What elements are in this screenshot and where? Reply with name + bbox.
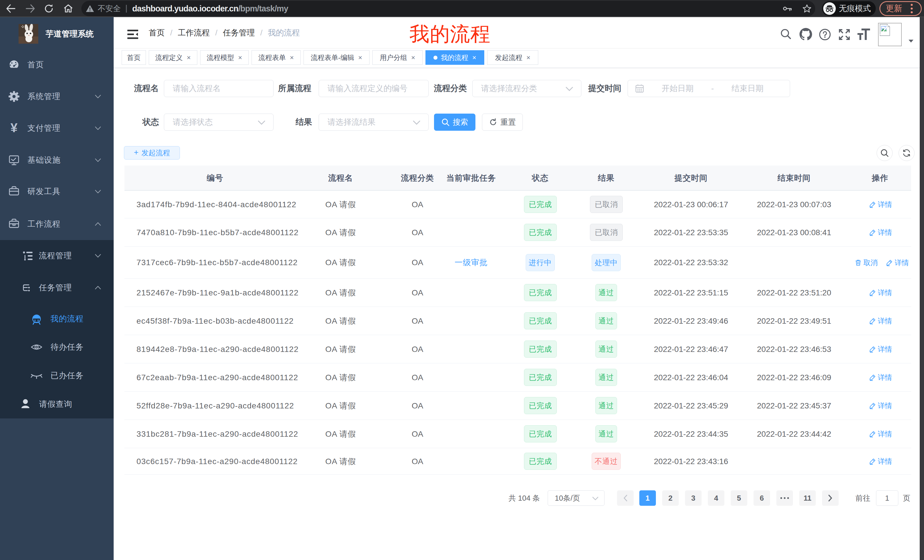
svg-text:¥: ¥ <box>10 121 18 135</box>
